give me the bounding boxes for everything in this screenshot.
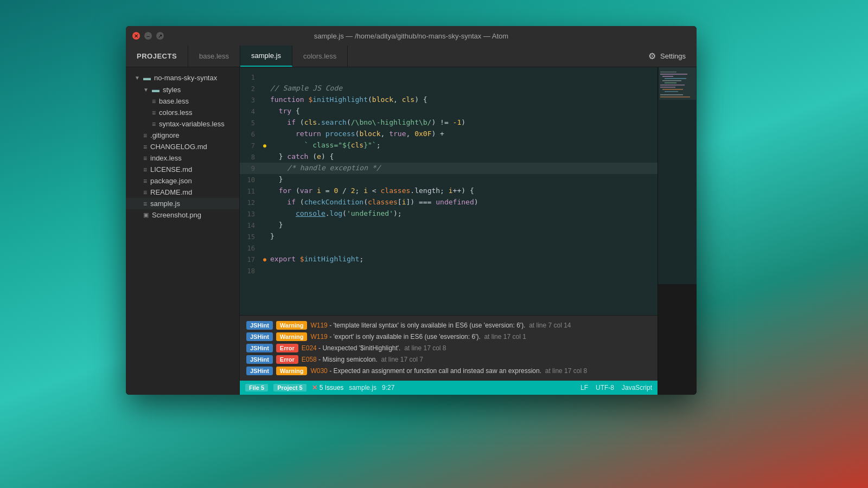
sidebar-item-screenshot[interactable]: ▣ Screenshot.png <box>126 209 239 221</box>
tab-label-colors-less: colors.less <box>303 52 336 60</box>
line-number-17: 17 <box>240 254 261 265</box>
sidebar-item-base-less[interactable]: ≡ base.less <box>126 95 239 107</box>
status-language: JavaScript <box>622 384 652 391</box>
sidebar-item-root[interactable]: ▼ ▬ no-mans-sky-syntax <box>126 72 239 84</box>
sidebar-item-gitignore[interactable]: ≡ .gitignore <box>126 130 239 141</box>
line-content-5: if (cls.search(/\bno\-highlight\b/) != -… <box>268 117 658 129</box>
lint-message-1: W119 - 'template literal syntax' is only… <box>310 322 571 329</box>
sidebar-item-index-less[interactable]: ≡ index.less <box>126 152 239 164</box>
arrow-down-icon: ▼ <box>135 75 140 81</box>
line-dot-9 <box>261 163 268 174</box>
file-icon-gitignore: ≡ <box>143 132 147 139</box>
line-content-7: ` class="${cls}"`; <box>268 140 658 151</box>
lint-badge-jshint-3: JSHint <box>246 344 273 352</box>
status-x-icon: ✕ <box>312 384 317 391</box>
line-content-6: return process(block, true, 0x0F) + <box>268 129 658 140</box>
sidebar-item-syntax-variables[interactable]: ≡ syntax-variables.less <box>126 118 239 130</box>
tab-colors-less[interactable]: colors.less <box>292 46 348 67</box>
tab-sample-js[interactable]: sample.js <box>240 46 292 67</box>
code-line-3: 3 function $initHighlight(block, cls) { <box>240 94 658 106</box>
minimap-svg <box>658 67 697 284</box>
sidebar-item-license[interactable]: ≡ LICENSE.md <box>126 164 239 175</box>
sidebar-styles-label: styles <box>163 86 181 94</box>
minimize-icon: – <box>146 33 150 39</box>
sidebar-item-styles[interactable]: ▼ ▬ styles <box>126 84 239 95</box>
tab-projects[interactable]: PROJECTS <box>126 46 188 67</box>
sidebar-file-colors-less: colors.less <box>159 108 192 117</box>
status-lf: LF <box>580 384 588 391</box>
maximize-button[interactable]: ↗ <box>156 32 164 40</box>
lint-badge-warning-5: Warning <box>276 367 308 375</box>
line-content-15: } <box>268 231 658 242</box>
sidebar-item-colors-less[interactable]: ≡ colors.less <box>126 107 239 118</box>
lint-row-5: JSHint Warning W030 - Expected an assign… <box>246 367 651 375</box>
line-number-12: 12 <box>240 197 261 208</box>
line-dot-13 <box>261 208 268 220</box>
lint-badge-jshint-1: JSHint <box>246 321 273 330</box>
file-icon-screenshot: ▣ <box>143 211 149 219</box>
code-editor[interactable]: 1 2 // Sample JS Code 3 function $initHi… <box>240 67 658 315</box>
line-number-16: 16 <box>240 242 261 254</box>
linter-panel: JSHint Warning W119 - 'template literal … <box>240 315 658 381</box>
status-issues[interactable]: ✕ 5 Issues <box>312 384 344 391</box>
sidebar-item-package-json[interactable]: ≡ package.json <box>126 175 239 187</box>
file-icon-sample-js: ≡ <box>143 200 147 208</box>
sidebar-file-package-json: package.json <box>150 177 192 185</box>
code-line-5: 5 if (cls.search(/\bno\-highlight\b/) !=… <box>240 117 658 129</box>
line-number-2: 2 <box>240 83 261 94</box>
code-line-4: 4 try { <box>240 106 658 117</box>
settings-icon: ⚙ <box>648 51 656 61</box>
line-dot-12 <box>261 197 268 208</box>
line-dot-2 <box>261 83 268 94</box>
line-dot-5 <box>261 117 268 129</box>
code-line-6: 6 return process(block, true, 0x0F) + <box>240 129 658 140</box>
sidebar-root-label: no-mans-sky-syntax <box>154 74 217 82</box>
code-line-13: 13 console.log('undefined'); <box>240 208 658 220</box>
status-project-label: Project <box>277 384 299 391</box>
code-line-18: 18 <box>240 265 658 277</box>
line-number-14: 14 <box>240 220 261 231</box>
file-icon-license: ≡ <box>143 166 147 174</box>
lint-row-2: JSHint Warning W119 - 'export' is only a… <box>246 332 651 341</box>
sidebar-item-readme[interactable]: ≡ README.md <box>126 187 239 198</box>
line-content-9: /* handle exception */ <box>268 163 658 174</box>
line-content-8: } catch (e) { <box>268 151 658 163</box>
status-bar: File 5 Project 5 ✕ 5 Issues sample.js 9:… <box>240 381 658 395</box>
minimize-button[interactable]: – <box>144 32 152 40</box>
code-line-16: 16 <box>240 242 658 254</box>
sidebar-file-index-less: index.less <box>150 154 182 162</box>
line-number-10: 10 <box>240 174 261 185</box>
code-line-8: 8 } catch (e) { <box>240 151 658 163</box>
status-issues-count: 5 Issues <box>320 384 344 391</box>
file-icon-index-less: ≡ <box>143 155 147 162</box>
sidebar-item-changelog[interactable]: ≡ CHANGELOG.md <box>126 141 239 152</box>
status-filename: sample.js <box>349 384 376 391</box>
line-number-1: 1 <box>240 72 261 83</box>
tab-label-sample-js: sample.js <box>251 52 281 60</box>
lint-message-2: W119 - 'export' is only available in ES6… <box>310 333 526 341</box>
line-content-1 <box>268 72 658 83</box>
lint-message-5: W030 - Expected an assignment or functio… <box>310 367 587 375</box>
file-icon-syntax-variables: ≡ <box>152 120 156 128</box>
line-dot-1 <box>261 72 268 83</box>
settings-label: Settings <box>660 52 686 60</box>
lint-badge-error-4: Error <box>276 355 298 364</box>
close-button[interactable]: ✕ <box>132 32 140 40</box>
line-content-11: for (var i = 0 / 2; i < classes.length; … <box>268 185 658 197</box>
tab-base-less[interactable]: base.less <box>188 46 240 67</box>
minimap[interactable] <box>658 67 697 395</box>
line-content-12: if (checkCondition(classes[i]) === undef… <box>268 197 658 208</box>
line-number-5: 5 <box>240 117 261 129</box>
line-dot-14 <box>261 220 268 231</box>
sidebar-item-sample-js[interactable]: ≡ sample.js <box>126 198 239 209</box>
line-number-13: 13 <box>240 208 261 220</box>
line-content-13: console.log('undefined'); <box>268 208 658 220</box>
sidebar-file-readme: README.md <box>150 188 192 196</box>
sidebar-file-changelog: CHANGELOG.md <box>150 143 207 151</box>
maximize-icon: ↗ <box>158 33 162 39</box>
line-dot-6 <box>261 129 268 140</box>
title-bar: ✕ – ↗ sample.js — /home/aditya/github/no… <box>126 26 697 46</box>
line-number-4: 4 <box>240 106 261 117</box>
line-content-16 <box>268 242 658 254</box>
tab-settings[interactable]: ⚙ Settings <box>637 46 697 67</box>
